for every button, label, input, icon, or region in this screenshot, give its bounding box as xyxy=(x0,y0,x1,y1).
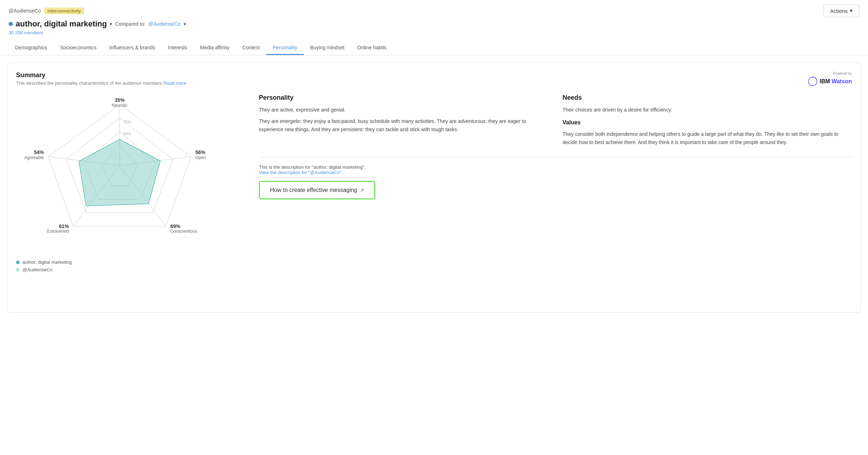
svg-point-0 xyxy=(808,77,817,86)
personality-para1: They are active, expressive and genial. xyxy=(259,106,548,114)
desc-text: This is the description for "author, dig… xyxy=(259,164,852,170)
neurotic-label: Neurotic xyxy=(112,103,128,108)
watson-text: Watson xyxy=(832,78,852,85)
compared-to-link[interactable]: @AudienseCo xyxy=(148,21,181,27)
data-polygon-main xyxy=(79,139,160,206)
text-section: Personality They are active, expressive … xyxy=(245,94,852,272)
actions-label: Actions xyxy=(830,8,848,14)
personality-column: Personality They are active, expressive … xyxy=(259,94,548,150)
summary-desc: This describes the personality character… xyxy=(16,80,186,86)
messaging-btn-wrapper: How to create effective messaging ↗ xyxy=(259,181,852,199)
interconnectivity-tag: Interconnectivity xyxy=(44,8,85,14)
tab-content[interactable]: Content xyxy=(236,41,266,55)
neurotic-pct: 35% xyxy=(115,97,125,103)
tab-media-affinity[interactable]: Media affinity xyxy=(194,41,236,55)
values-title: Values xyxy=(563,119,852,126)
legend-label-main: author, digital marketing xyxy=(22,259,72,265)
chart-legend: author, digital marketing @AudienseCo xyxy=(16,256,245,272)
legend-dot-compare xyxy=(16,268,20,272)
legend-dot-main xyxy=(16,261,20,264)
audience-dropdown[interactable]: ▾ xyxy=(110,21,112,27)
personality-para2: They are energetic: they enjoy a fast-pa… xyxy=(259,117,548,133)
grid-label-75: 75% xyxy=(123,120,131,124)
ibm-watson-branding: IBM Watson xyxy=(807,76,852,87)
tab-buying-mindset[interactable]: Buying mindset xyxy=(304,41,351,55)
needs-title: Needs xyxy=(563,94,852,102)
personality-needs-row: Personality They are active, expressive … xyxy=(259,94,852,150)
audience-row: author, digital marketing ▾ Compared to:… xyxy=(0,17,868,29)
nav-tabs: Demographics Socioeconomics Influencers … xyxy=(0,41,868,55)
tab-personality[interactable]: Personality xyxy=(266,41,304,55)
needs-text: Their choices are driven by a desire for… xyxy=(563,106,852,114)
tab-influencers-brands[interactable]: Influencers & brands xyxy=(103,41,161,55)
section-divider xyxy=(259,157,852,157)
tab-socioeconomics[interactable]: Socioeconomics xyxy=(54,41,103,55)
radar-chart: 75% 50% 35% Neurotic 56% Open 69% Consci… xyxy=(16,94,223,244)
watson-circle-icon xyxy=(807,76,818,87)
values-text: They consider both independence and help… xyxy=(563,130,852,146)
conscientious-label: Conscientious xyxy=(170,229,197,234)
summary-desc-text: This describes the personality character… xyxy=(16,80,162,86)
agreeable-pct: 54% xyxy=(34,149,44,155)
ibm-watson-logo: Powered by IBM Watson xyxy=(807,71,852,87)
ibm-text: IBM xyxy=(819,78,830,85)
extraverted-label: Extraverted xyxy=(47,229,69,234)
description-section: This is the description for "author, dig… xyxy=(259,164,852,199)
chevron-down-icon: ▾ xyxy=(850,8,853,14)
chart-section: 75% 50% 35% Neurotic 56% Open 69% Consci… xyxy=(16,94,245,272)
grid-label-50: 50% xyxy=(123,132,131,136)
top-bar: @AudienseCo Interconnectivity Actions ▾ xyxy=(0,0,868,17)
legend-label-compare: @AudienseCo xyxy=(22,267,52,272)
compared-to-label: Compared to: xyxy=(115,21,145,27)
conscientious-pct: 69% xyxy=(170,223,181,229)
desc-link-row: View the description for "@AudienseCo". xyxy=(259,170,852,175)
needs-column: Needs Their choices are driven by a desi… xyxy=(563,94,852,150)
open-label: Open xyxy=(195,155,206,160)
audience-name: author, digital marketing xyxy=(16,19,107,29)
legend-item-main: author, digital marketing xyxy=(16,259,245,265)
powered-by-text: Powered by xyxy=(833,71,852,75)
main-card: Summary This describes the personality c… xyxy=(7,63,861,313)
external-link-icon: ↗ xyxy=(360,187,364,193)
top-bar-left: @AudienseCo Interconnectivity xyxy=(9,8,84,14)
members-count: 30 258 members xyxy=(0,29,868,38)
tab-online-habits[interactable]: Online habits xyxy=(351,41,393,55)
open-pct: 56% xyxy=(195,149,206,155)
summary-left: Summary This describes the personality c… xyxy=(16,71,186,86)
svg-line-3 xyxy=(817,79,817,79)
actions-button[interactable]: Actions ▾ xyxy=(823,4,859,17)
audience-dot xyxy=(9,22,13,26)
content-area: 75% 50% 35% Neurotic 56% Open 69% Consci… xyxy=(16,94,852,272)
read-more-link[interactable]: Read more xyxy=(164,80,186,86)
summary-header: Summary This describes the personality c… xyxy=(16,71,852,87)
svg-line-2 xyxy=(815,77,816,78)
legend-item-compare: @AudienseCo xyxy=(16,267,245,272)
compared-dropdown[interactable]: ▾ xyxy=(184,21,186,27)
tab-interests[interactable]: Interests xyxy=(162,41,194,55)
desc-view-link[interactable]: View the description for "@AudienseCo". xyxy=(259,170,343,175)
handle-text: @AudienseCo xyxy=(9,8,41,14)
personality-title: Personality xyxy=(259,94,548,102)
messaging-btn-label: How to create effective messaging xyxy=(270,187,357,193)
messaging-button[interactable]: How to create effective messaging ↗ xyxy=(259,181,375,199)
summary-title: Summary xyxy=(16,71,186,79)
agreeable-label: Agreeable xyxy=(24,155,44,160)
tab-demographics[interactable]: Demographics xyxy=(9,41,54,55)
extraverted-pct: 61% xyxy=(59,223,69,229)
